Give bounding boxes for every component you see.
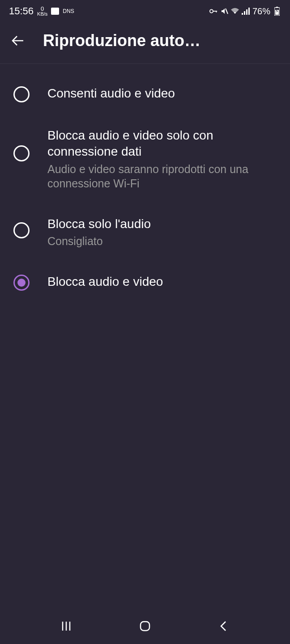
status-bar: 15:56 0 KB/s DNS 76%	[0, 0, 290, 22]
home-icon	[139, 620, 151, 632]
recents-icon	[60, 620, 72, 632]
battery-icon	[273, 7, 281, 15]
option-content: Blocca solo l'audio Consigliato	[47, 216, 277, 249]
home-button[interactable]	[136, 617, 154, 635]
battery-percentage: 76%	[252, 6, 270, 17]
status-time: 15:56	[9, 5, 34, 17]
page-title: Riproduzione auto…	[43, 31, 279, 50]
option-label: Blocca audio e video	[47, 274, 277, 290]
option-label: Blocca audio e video solo con connession…	[47, 127, 277, 160]
back-nav-button[interactable]	[215, 617, 233, 635]
option-content: Blocca audio e video solo con connession…	[47, 127, 277, 191]
vpn-key-icon	[209, 7, 218, 15]
option-content: Consenti audio e video	[47, 85, 277, 102]
recents-button[interactable]	[57, 617, 75, 635]
chevron-left-icon	[218, 620, 230, 632]
status-kbs: 0 KB/s	[37, 6, 47, 17]
radio-button[interactable]	[13, 86, 30, 102]
svg-point-4	[234, 12, 236, 14]
options-list: Consenti audio e video Blocca audio e vi…	[0, 64, 290, 312]
signal-icon	[242, 7, 250, 15]
svg-point-0	[210, 9, 213, 13]
wifi-icon	[231, 7, 239, 15]
svg-rect-2	[216, 11, 217, 13]
svg-line-3	[226, 8, 228, 14]
header: Riproduzione auto…	[0, 22, 290, 64]
dns-label: DNS	[63, 8, 74, 14]
back-button[interactable]	[11, 34, 25, 48]
mute-icon	[220, 7, 228, 15]
option-sublabel: Audio e video saranno riprodotti con una…	[47, 162, 277, 191]
image-icon	[51, 8, 59, 15]
status-right: 76%	[209, 6, 281, 17]
radio-button[interactable]	[13, 275, 30, 291]
arrow-left-icon	[11, 34, 25, 48]
option-sublabel: Consigliato	[47, 234, 277, 249]
option-content: Blocca audio e video	[47, 274, 277, 290]
option-block-audio-only[interactable]: Blocca solo l'audio Consigliato	[0, 203, 290, 261]
svg-rect-5	[242, 13, 243, 15]
radio-button[interactable]	[13, 145, 30, 161]
navigation-bar	[0, 608, 290, 644]
svg-rect-10	[276, 7, 278, 8]
option-allow-audio-video[interactable]: Consenti audio e video	[0, 73, 290, 115]
option-block-cellular[interactable]: Blocca audio e video solo con connession…	[0, 115, 290, 203]
svg-rect-6	[244, 11, 245, 15]
radio-button[interactable]	[13, 222, 30, 238]
option-label: Blocca solo l'audio	[47, 216, 277, 232]
option-block-audio-video[interactable]: Blocca audio e video	[0, 261, 290, 303]
svg-rect-7	[246, 9, 247, 15]
option-label: Consenti audio e video	[47, 85, 277, 102]
status-left: 15:56 0 KB/s DNS	[9, 5, 74, 17]
svg-rect-16	[141, 622, 149, 631]
svg-rect-8	[248, 8, 250, 15]
